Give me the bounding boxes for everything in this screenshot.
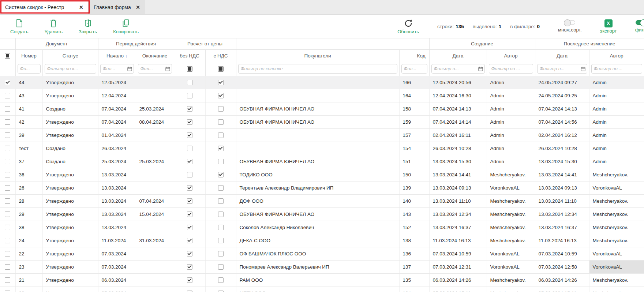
cell-modified-date[interactable]: 07.03.2024 12:58: [535, 260, 589, 273]
cell-status[interactable]: Утверждено: [42, 89, 98, 102]
cell-end[interactable]: [136, 181, 174, 194]
column-header-code[interactable]: Код: [399, 49, 429, 62]
vat-checkbox[interactable]: [218, 225, 224, 230]
cell-selected[interactable]: [0, 155, 15, 168]
cell-vat[interactable]: [205, 142, 236, 155]
no-vat-checkbox[interactable]: [187, 93, 192, 98]
cell-no-vat[interactable]: [174, 234, 205, 247]
cell-buyers[interactable]: Терентьев Александр Владимирович ИП: [236, 181, 399, 194]
cell-start[interactable]: 13.03.2024: [98, 168, 136, 181]
multisort-switch[interactable]: [564, 20, 575, 25]
no-vat-checkbox[interactable]: [187, 146, 192, 151]
cell-selected[interactable]: [0, 168, 15, 181]
cell-modified-date[interactable]: 13.03.2024 15:30: [535, 155, 589, 168]
cell-no-vat[interactable]: [174, 194, 205, 207]
cell-created-author[interactable]: Admin: [487, 155, 535, 168]
cell-selected[interactable]: [0, 102, 15, 115]
cell-selected[interactable]: [0, 260, 15, 273]
cell-created-author[interactable]: Meshcheryakov.: [487, 221, 535, 234]
cell-vat[interactable]: [205, 234, 236, 247]
cell-selected[interactable]: [0, 142, 15, 155]
calendar-icon[interactable]: [165, 67, 170, 71]
refresh-button[interactable]: Обновить: [397, 18, 419, 34]
filter-modified-author-input[interactable]: [591, 64, 642, 74]
vat-checkbox[interactable]: [218, 198, 224, 204]
vat-checkbox[interactable]: [218, 277, 224, 283]
cell-number[interactable]: 20: [15, 287, 42, 292]
cell-buyers[interactable]: ОБУВНАЯ ФИРМА ЮНИЧЕЛ АО: [236, 115, 399, 128]
cell-number[interactable]: 36: [15, 168, 42, 181]
cell-created-date[interactable]: 05.03.2024 15:11: [429, 287, 487, 292]
cell-modified-date[interactable]: 13.03.2024 12:34: [535, 207, 589, 221]
tab-main-form[interactable]: Главная форма ×: [89, 0, 145, 14]
no-vat-checkbox[interactable]: [187, 291, 192, 292]
cell-modified-author[interactable]: Meshcheryakov.: [589, 287, 644, 292]
row-select-checkbox[interactable]: [5, 211, 10, 217]
cell-end[interactable]: 25.03.2024: [136, 155, 174, 168]
cell-selected[interactable]: [0, 221, 15, 234]
row-select-checkbox[interactable]: [5, 264, 10, 270]
cell-created-date[interactable]: 06.03.2024 14:26: [429, 273, 487, 287]
cell-created-author[interactable]: VoronkovaAL: [487, 260, 535, 273]
tab-discount-registry[interactable]: Система скидок - Реестр ×: [0, 0, 89, 14]
cell-start[interactable]: 26.03.2024: [98, 142, 136, 155]
no-vat-checkbox[interactable]: [187, 251, 192, 257]
cell-modified-author[interactable]: Admin: [589, 155, 644, 168]
cell-number[interactable]: тест: [15, 142, 42, 155]
column-header-start[interactable]: Начало↓: [98, 49, 136, 62]
cell-end[interactable]: [136, 221, 174, 234]
table-row[interactable]: 22Утверждено07.03.2024ОФ БАШМАЧОК ПЛЮС О…: [0, 247, 644, 260]
filter-buyers-input[interactable]: [238, 64, 397, 74]
cell-modified-author[interactable]: Admin: [589, 102, 644, 115]
cell-modified-author[interactable]: Meshcheryakov.: [589, 234, 644, 247]
cell-created-author[interactable]: Admin: [487, 102, 535, 115]
filter-vat-checkbox[interactable]: [218, 66, 224, 72]
cell-status[interactable]: Создано: [42, 142, 98, 155]
vat-checkbox[interactable]: [218, 106, 224, 112]
filter-number-input[interactable]: [18, 64, 41, 74]
table-row[interactable]: 39Утверждено01.04.202415702.04.2024 16:1…: [0, 128, 644, 142]
cell-code[interactable]: 143: [399, 207, 429, 221]
cell-code[interactable]: 157: [399, 128, 429, 142]
cell-created-date[interactable]: 12.04.2024 16:30: [429, 89, 487, 102]
no-vat-checkbox[interactable]: [187, 119, 192, 125]
cell-modified-date[interactable]: 02.04.2024 16:12: [535, 128, 589, 142]
calendar-icon[interactable]: [478, 67, 483, 71]
cell-modified-date[interactable]: 07.04.2024 14:13: [535, 102, 589, 115]
table-row[interactable]: 37Создано25.03.202425.03.2024ОБУВНАЯ ФИР…: [0, 155, 644, 168]
cell-number[interactable]: 22: [15, 247, 42, 260]
cell-modified-author[interactable]: Admin: [589, 89, 644, 102]
cell-created-date[interactable]: 07.03.2024 10:59: [429, 247, 487, 260]
cell-selected[interactable]: [0, 247, 15, 260]
table-row[interactable]: 38Утверждено13.03.2024Соколов Александр …: [0, 221, 644, 234]
cell-number[interactable]: 39: [15, 128, 42, 142]
cell-number[interactable]: 28: [15, 194, 42, 207]
cell-modified-author[interactable]: Admin: [589, 115, 644, 128]
column-header-created-date[interactable]: Дата: [429, 49, 487, 62]
table-row[interactable]: 41Создано07.04.202425.03.2024ОБУВНАЯ ФИР…: [0, 102, 644, 115]
cell-buyers[interactable]: Пономарев Александр Валерьевич ИП: [236, 260, 399, 273]
cell-vat[interactable]: [205, 194, 236, 207]
cell-modified-date[interactable]: 07.03.2024 10:59: [535, 247, 589, 260]
vat-checkbox[interactable]: [218, 93, 224, 98]
calendar-icon[interactable]: [127, 67, 132, 71]
cell-vat[interactable]: [205, 181, 236, 194]
filter-switch[interactable]: [636, 20, 644, 25]
cell-vat[interactable]: [205, 76, 236, 89]
cell-number[interactable]: 37: [15, 155, 42, 168]
cell-code[interactable]: 139: [399, 181, 429, 194]
cell-status[interactable]: Создано: [42, 102, 98, 115]
filter-modified-date-input[interactable]: [537, 64, 587, 74]
cell-end[interactable]: 15.04.2024: [136, 207, 174, 221]
cell-modified-date[interactable]: 13.03.2024 09:13: [535, 181, 589, 194]
table-row[interactable]: 20Утверждено05.03.2024МТПК ООО13405.03.2…: [0, 287, 644, 292]
cell-end[interactable]: [136, 168, 174, 181]
cell-code[interactable]: 152: [399, 221, 429, 234]
cell-code[interactable]: 159: [399, 115, 429, 128]
cell-created-author[interactable]: Meshcheryakov.: [487, 234, 535, 247]
cell-number[interactable]: 41: [15, 102, 42, 115]
row-select-checkbox[interactable]: [5, 225, 10, 230]
cell-created-author[interactable]: Meshcheryakov.: [487, 273, 535, 287]
cell-buyers[interactable]: РАМ ООО: [236, 273, 399, 287]
row-select-checkbox[interactable]: [5, 146, 10, 151]
